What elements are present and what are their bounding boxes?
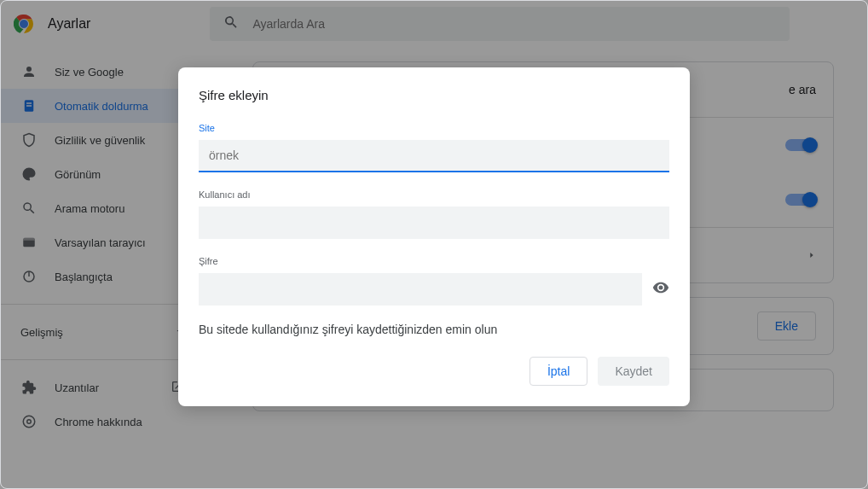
password-input[interactable] xyxy=(199,273,642,306)
eye-icon[interactable] xyxy=(652,279,669,300)
password-label: Şifre xyxy=(199,256,669,266)
add-password-dialog: Şifre ekleyin Site Kullanıcı adı Şifre B… xyxy=(178,67,690,406)
site-input[interactable] xyxy=(199,140,669,172)
save-button[interactable]: Kaydet xyxy=(598,357,669,386)
dialog-title: Şifre ekleyin xyxy=(199,88,669,102)
dialog-hint: Bu sitede kullandığınız şifreyi kaydetti… xyxy=(199,323,669,336)
username-label: Kullanıcı adı xyxy=(199,189,669,200)
site-label: Site xyxy=(199,123,669,133)
username-input[interactable] xyxy=(199,207,669,239)
cancel-button[interactable]: İptal xyxy=(529,357,587,386)
